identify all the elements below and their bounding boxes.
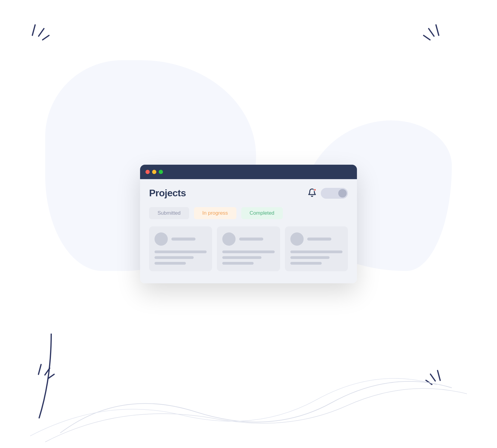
app-window: Projects Submitted In progress: [140, 165, 357, 283]
window-content: Projects Submitted In progress: [140, 179, 357, 283]
header-actions: [308, 188, 348, 199]
notification-bell[interactable]: [308, 188, 317, 198]
project-card[interactable]: [149, 226, 212, 271]
card-line: [155, 256, 194, 259]
card-lines: [290, 250, 342, 265]
header-row: Projects: [149, 188, 348, 199]
toggle-switch[interactable]: [321, 188, 348, 199]
status-tabs: Submitted In progress Completed: [149, 207, 348, 219]
card-line: [222, 256, 261, 259]
tab-in-progress[interactable]: In progress: [194, 207, 236, 219]
card-lines: [155, 250, 207, 265]
avatar: [155, 232, 168, 246]
maximize-button[interactable]: [159, 170, 163, 174]
title-bar: [140, 165, 357, 179]
card-line: [290, 262, 322, 265]
decorative-curves: [0, 328, 497, 448]
card-top-row: [290, 232, 342, 246]
avatar: [222, 232, 236, 246]
card-line: [155, 262, 186, 265]
single-curve-line: [33, 334, 69, 424]
cards-grid: [149, 226, 348, 271]
tab-completed[interactable]: Completed: [241, 207, 283, 219]
close-button[interactable]: [145, 170, 150, 174]
page-title: Projects: [149, 188, 186, 199]
card-line: [222, 262, 254, 265]
notification-dot: [314, 188, 316, 191]
card-lines: [222, 250, 274, 265]
project-card[interactable]: [217, 226, 280, 271]
card-top-row: [222, 232, 274, 246]
card-top-row: [155, 232, 207, 246]
card-line: [155, 250, 207, 253]
card-title-placeholder: [239, 238, 263, 241]
tab-submitted[interactable]: Submitted: [149, 207, 189, 219]
card-title-placeholder: [171, 238, 195, 241]
minimize-button[interactable]: [152, 170, 156, 174]
project-card[interactable]: [285, 226, 348, 271]
card-line: [290, 256, 330, 259]
card-line: [222, 250, 274, 253]
card-title-placeholder: [307, 238, 331, 241]
toggle-thumb: [338, 189, 347, 198]
avatar: [290, 232, 304, 246]
card-line: [290, 250, 342, 253]
